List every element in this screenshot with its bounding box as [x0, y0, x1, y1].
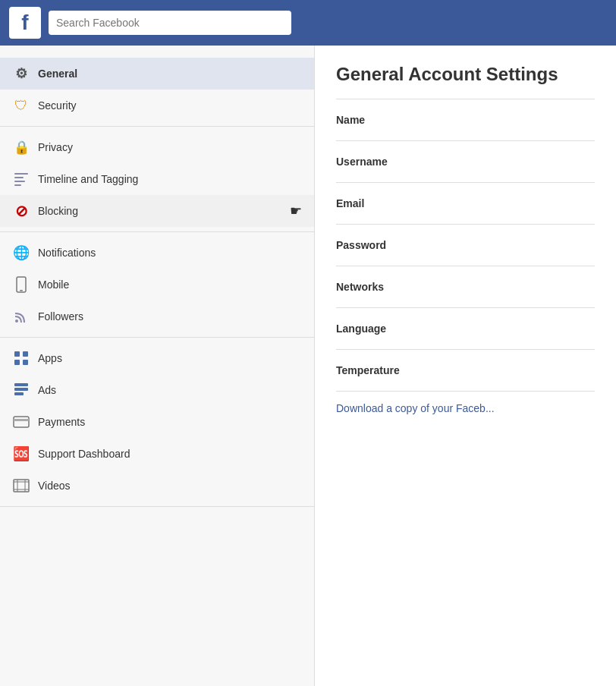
main-layout: ⚙ General 🛡 Security 🔒 Privacy: [0, 46, 616, 686]
settings-row-language: Language: [336, 308, 595, 350]
sidebar-item-label: Security: [38, 99, 77, 112]
svg-rect-5: [20, 290, 23, 291]
settings-label-language: Language: [336, 323, 386, 335]
support-icon: 🆘: [12, 445, 30, 463]
settings-row-temperature: Temperature: [336, 350, 595, 392]
page-title: General Account Settings: [336, 64, 595, 85]
sidebar-item-followers[interactable]: Followers: [0, 301, 314, 332]
mobile-icon: [12, 275, 30, 294]
svg-rect-14: [14, 417, 29, 427]
svg-rect-9: [14, 360, 20, 365]
facebook-logo: f: [9, 7, 41, 39]
globe-icon: 🌐: [12, 244, 30, 262]
svg-rect-3: [14, 184, 21, 186]
sidebar-item-label: Followers: [38, 310, 83, 323]
settings-list: Name Username Email Password Networks La…: [336, 99, 595, 425]
sidebar-item-apps[interactable]: Apps: [0, 342, 314, 374]
svg-rect-0: [14, 173, 28, 175]
settings-label-temperature: Temperature: [336, 364, 400, 376]
sidebar-item-label: Privacy: [38, 141, 73, 153]
sidebar-item-security[interactable]: 🛡 Security: [0, 90, 314, 121]
svg-rect-6: [15, 319, 18, 323]
timeline-icon: [12, 170, 30, 188]
sidebar-item-notifications[interactable]: 🌐 Notifications: [0, 237, 314, 269]
lock-icon: 🔒: [12, 138, 30, 156]
sidebar-item-label: Timeline and Tagging: [38, 173, 138, 185]
sidebar-group-3: 🌐 Notifications Mobile: [0, 232, 314, 338]
sidebar-item-privacy[interactable]: 🔒 Privacy: [0, 131, 314, 163]
sidebar-group-4: Apps Ads Pa: [0, 338, 314, 507]
sidebar-item-ads[interactable]: Ads: [0, 374, 314, 406]
block-icon: ⊘: [12, 202, 30, 220]
sidebar-item-label: Ads: [38, 384, 56, 396]
settings-row-networks: Networks: [336, 266, 595, 308]
sidebar-item-videos[interactable]: Videos: [0, 470, 314, 502]
svg-rect-15: [14, 419, 29, 421]
content-area: General Account Settings Name Username E…: [315, 46, 616, 686]
settings-label-username: Username: [336, 156, 388, 168]
sidebar-item-timeline[interactable]: Timeline and Tagging: [0, 163, 314, 195]
search-input[interactable]: [56, 17, 284, 29]
sidebar-item-label: Videos: [38, 480, 71, 492]
sidebar: ⚙ General 🛡 Security 🔒 Privacy: [0, 46, 315, 686]
rss-icon: [12, 307, 30, 326]
svg-rect-7: [14, 351, 20, 357]
payments-icon: [12, 413, 30, 431]
apps-icon: [12, 349, 30, 367]
settings-label-networks: Networks: [336, 281, 384, 293]
sidebar-item-blocking[interactable]: ⊘ Blocking ☛: [0, 195, 314, 227]
svg-rect-11: [14, 383, 28, 386]
ads-icon: [12, 381, 30, 399]
sidebar-item-label: General: [38, 68, 77, 80]
cursor-indicator: ☛: [290, 203, 302, 219]
sidebar-item-payments[interactable]: Payments: [0, 406, 314, 438]
sidebar-group-1: ⚙ General 🛡 Security: [0, 53, 314, 127]
svg-rect-8: [23, 351, 28, 357]
sidebar-item-label: Apps: [38, 352, 62, 364]
videos-icon: [12, 477, 30, 495]
settings-row-email: Email: [336, 183, 595, 225]
svg-rect-2: [14, 181, 25, 182]
settings-label-password: Password: [336, 239, 386, 251]
svg-rect-10: [23, 360, 28, 365]
svg-rect-1: [14, 177, 24, 178]
sidebar-item-label: Support Dashboard: [38, 448, 130, 460]
sidebar-item-label: Notifications: [38, 247, 96, 259]
search-bar[interactable]: [49, 11, 291, 35]
shield-icon: 🛡: [12, 96, 30, 115]
settings-label-name: Name: [336, 114, 365, 126]
sidebar-item-label: Payments: [38, 416, 85, 428]
settings-label-email: Email: [336, 197, 364, 209]
svg-rect-12: [14, 388, 28, 391]
download-copy-section: Download a copy of your Faceb...: [336, 392, 595, 425]
svg-rect-13: [14, 392, 24, 395]
gear-icon: ⚙: [12, 65, 30, 83]
download-copy-link[interactable]: Download a copy of your Faceb...: [336, 392, 595, 425]
settings-row-name: Name: [336, 99, 595, 141]
sidebar-item-label: Blocking: [38, 205, 78, 217]
sidebar-item-label: Mobile: [38, 278, 69, 291]
sidebar-group-2: 🔒 Privacy Timeline and Tagging ⊘: [0, 127, 314, 232]
svg-rect-16: [14, 480, 29, 492]
header: f: [0, 0, 616, 46]
settings-row-username: Username: [336, 141, 595, 183]
sidebar-item-support[interactable]: 🆘 Support Dashboard: [0, 438, 314, 470]
sidebar-item-mobile[interactable]: Mobile: [0, 269, 314, 301]
sidebar-item-general[interactable]: ⚙ General: [0, 58, 314, 90]
settings-row-password: Password: [336, 225, 595, 266]
